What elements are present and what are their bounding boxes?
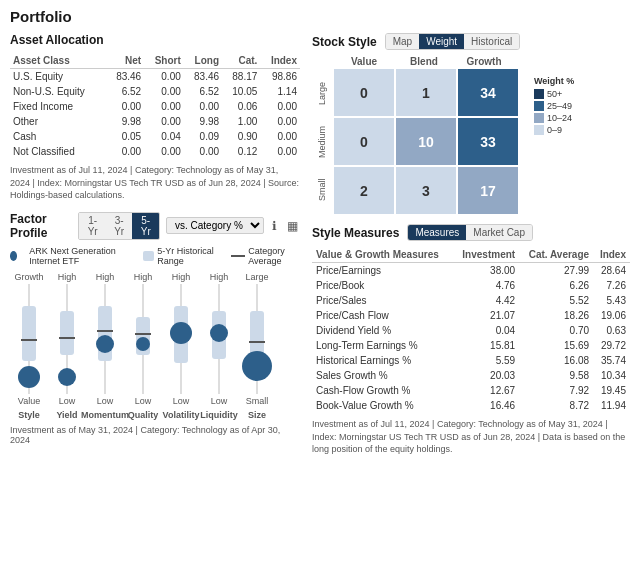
stock-style-tab-historical[interactable]: Historical xyxy=(464,34,519,49)
style-cell-5: 33 xyxy=(458,118,518,165)
asset-col-1: Net xyxy=(106,53,144,69)
factor-col-liquidity: HighLowLiquidity xyxy=(200,272,238,420)
measures-row-4: Dividend Yield %0.040.700.63 xyxy=(312,323,630,338)
factor-col-style: GrowthValueStyle xyxy=(10,272,48,420)
asset-col-5: Index xyxy=(260,53,300,69)
style-measures-footnote: Investment as of Jul 11, 2024 | Category… xyxy=(312,418,630,456)
table-icon[interactable]: ▦ xyxy=(285,219,300,233)
vs-category-select[interactable]: vs. Category % xyxy=(166,217,264,234)
asset-row-1: Non-U.S. Equity6.520.006.5210.051.14 xyxy=(10,84,300,99)
style-measures-table: Value & Growth MeasuresInvestmentCat. Av… xyxy=(312,247,630,413)
legend-title: Weight % xyxy=(534,76,574,86)
factor-tab-1-yr[interactable]: 1-Yr xyxy=(79,213,106,239)
style-measures-title: Style Measures xyxy=(312,226,399,240)
asset-col-4: Cat. xyxy=(222,53,260,69)
asset-row-4: Cash0.050.040.090.900.00 xyxy=(10,129,300,144)
measures-tab-market-cap[interactable]: Market Cap xyxy=(466,225,532,240)
style-legend: Weight % 50+25–4910–240–9 xyxy=(534,76,574,137)
style-cell-7: 3 xyxy=(396,167,456,214)
measures-row-0: Price/Earnings38.0027.9928.64 xyxy=(312,263,630,279)
range-bar-legend xyxy=(143,251,155,261)
style-cell-8: 17 xyxy=(458,167,518,214)
style-cell-0: 0 xyxy=(334,69,394,116)
asset-allocation-table: Asset ClassNetShortLongCat.Index U.S. Eq… xyxy=(10,53,300,159)
page-title: Portfolio xyxy=(10,8,630,25)
measures-row-3: Price/Cash Flow21.0718.2619.06 xyxy=(312,308,630,323)
factor-col-momentum: HighLowMomentum xyxy=(86,272,124,420)
measures-col-2: Cat. Average xyxy=(519,247,593,263)
asset-row-3: Other9.980.009.981.000.00 xyxy=(10,114,300,129)
stock-style-tab-weight[interactable]: Weight xyxy=(419,34,464,49)
measures-col-1: Investment xyxy=(453,247,519,263)
cat-line-legend xyxy=(231,255,245,257)
measures-col-3: Index xyxy=(593,247,630,263)
style-cell-3: 0 xyxy=(334,118,394,165)
factor-profile-title: Factor Profile xyxy=(10,212,72,240)
asset-allocation-footnote: Investment as of Jul 11, 2024 | Category… xyxy=(10,164,300,202)
style-cell-1: 1 xyxy=(396,69,456,116)
asset-allocation-title: Asset Allocation xyxy=(10,33,300,47)
measures-row-5: Long-Term Earnings %15.8115.6929.72 xyxy=(312,338,630,353)
factor-col-quality: HighLowQuality xyxy=(124,272,162,420)
measures-row-6: Historical Earnings %5.5916.0835.74 xyxy=(312,353,630,368)
measures-row-9: Book-Value Growth %16.468.7211.94 xyxy=(312,398,630,413)
measures-col-0: Value & Growth Measures xyxy=(312,247,453,263)
measures-row-7: Sales Growth %20.039.5810.34 xyxy=(312,368,630,383)
factor-footnote: Investment as of May 31, 2024 | Category… xyxy=(10,425,300,445)
range-label: 5-Yr Historical Range xyxy=(157,246,219,266)
measures-row-1: Price/Book4.766.267.26 xyxy=(312,278,630,293)
style-cell-4: 10 xyxy=(396,118,456,165)
asset-col-3: Long xyxy=(184,53,222,69)
factor-tab-3-yr[interactable]: 3-Yr xyxy=(106,213,133,239)
fund-dot xyxy=(10,251,17,261)
info-icon[interactable]: ℹ xyxy=(270,219,279,233)
stock-style-title: Stock Style xyxy=(312,35,377,49)
factor-tab-5-yr[interactable]: 5-Yr xyxy=(132,213,159,239)
asset-col-0: Asset Class xyxy=(10,53,106,69)
measures-tab-measures[interactable]: Measures xyxy=(408,225,466,240)
fund-label: ARK Next Generation Internet ETF xyxy=(29,246,130,266)
factor-col-size: LargeSmallSize xyxy=(238,272,276,420)
factor-col-yield: HighLowYield xyxy=(48,272,86,420)
cat-label: Category Average xyxy=(248,246,300,266)
stock-style-tab-map[interactable]: Map xyxy=(386,34,419,49)
measures-row-8: Cash-Flow Growth %12.677.9219.45 xyxy=(312,383,630,398)
asset-row-5: Not Classified0.000.000.000.120.00 xyxy=(10,144,300,159)
style-cell-6: 2 xyxy=(334,167,394,214)
asset-row-2: Fixed Income0.000.000.000.060.00 xyxy=(10,99,300,114)
asset-col-2: Short xyxy=(144,53,184,69)
asset-row-0: U.S. Equity83.460.0083.4688.1798.86 xyxy=(10,69,300,85)
factor-legend: ARK Next Generation Internet ETF 5-Yr Hi… xyxy=(10,246,300,266)
factor-col-volatility: HighLowVolatility xyxy=(162,272,200,420)
measures-row-2: Price/Sales4.425.525.43 xyxy=(312,293,630,308)
style-cell-2: 34 xyxy=(458,69,518,116)
